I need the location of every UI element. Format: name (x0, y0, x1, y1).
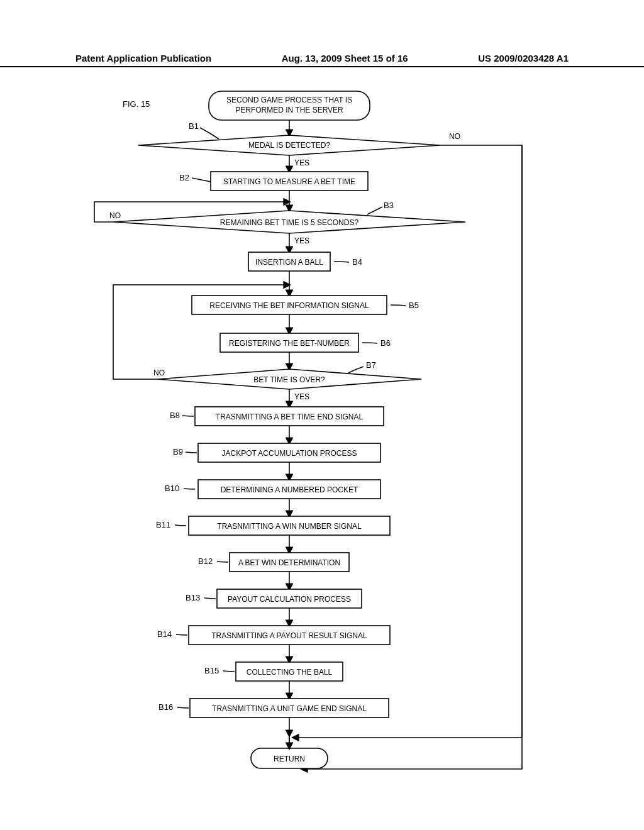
flowchart: FIG. 15 SECOND GAME PROCESS THAT IS PERF… (0, 85, 644, 810)
text-b2: STARTING TO MEASURE A BET TIME (223, 177, 355, 186)
process-b8: TRASNMITTING A BET TIME END SIGNAL (195, 407, 384, 426)
label-b14: B14 (157, 629, 172, 639)
label-b6: B6 (380, 338, 391, 348)
text-b3: REMAINING BET TIME IS 5 SECONDS? (220, 218, 359, 227)
start-terminator: SECOND GAME PROCESS THAT IS PERFORMED IN… (209, 91, 370, 120)
text-b13: PAYOUT CALCULATION PROCESS (228, 595, 351, 604)
label-b1: B1 (189, 121, 199, 131)
yes-b1: YES (294, 158, 309, 167)
process-b13: PAYOUT CALCULATION PROCESS (217, 589, 362, 608)
text-b14: TRASNMITTING A PAYOUT RESULT SIGNAL (211, 631, 367, 640)
label-b4: B4 (352, 257, 362, 267)
process-b16: TRASNMITTING A UNIT GAME END SIGNAL (190, 699, 389, 717)
process-b14: TRASNMITTING A PAYOUT RESULT SIGNAL (189, 626, 390, 645)
process-b5: RECEIVING THE BET INFORMATION SIGNAL (192, 296, 387, 314)
page-header: Patent Application Publication Aug. 13, … (0, 53, 644, 67)
no-b7: NO (153, 368, 165, 377)
start-text-line2: PERFORMED IN THE SERVER (235, 106, 343, 114)
label-b13: B13 (186, 593, 200, 602)
page: Patent Application Publication Aug. 13, … (0, 0, 644, 830)
label-b5: B5 (409, 301, 419, 310)
label-b9: B9 (173, 447, 183, 456)
process-b6: REGISTERING THE BET-NUMBER (220, 333, 358, 352)
label-b12: B12 (198, 556, 213, 566)
no-b3: NO (109, 211, 121, 220)
text-b12: A BET WIN DETERMINATION (238, 558, 340, 567)
process-b11: TRASNMITTING A WIN NUMBER SIGNAL (189, 516, 390, 535)
process-b2: STARTING TO MEASURE A BET TIME (211, 172, 368, 191)
figure-label: FIG. 15 (123, 99, 150, 109)
label-b15: B15 (204, 666, 219, 675)
text-b1: MEDAL IS DETECTED? (248, 141, 331, 150)
header-center: Aug. 13, 2009 Sheet 15 of 16 (282, 53, 408, 64)
label-b10: B10 (165, 484, 179, 493)
label-b2: B2 (179, 173, 189, 182)
return-terminator: RETURN (251, 748, 328, 768)
start-text-line1: SECOND GAME PROCESS THAT IS (226, 96, 352, 104)
process-b9: JACKPOT ACCUMULATION PROCESS (198, 443, 380, 462)
label-b11: B11 (156, 520, 170, 529)
header-left: Patent Application Publication (75, 53, 211, 64)
text-b15: COLLECTING THE BALL (247, 668, 333, 677)
header-right: US 2009/0203428 A1 (478, 53, 569, 64)
yes-b7: YES (294, 392, 309, 401)
text-b7: BET TIME IS OVER? (253, 375, 325, 384)
no-b1: NO (449, 132, 460, 141)
process-b4: INSERTIGN A BALL (248, 252, 330, 271)
text-b5: RECEIVING THE BET INFORMATION SIGNAL (209, 301, 369, 310)
decision-b7: BET TIME IS OVER? (157, 369, 421, 389)
process-b10: DETERMINING A NUMBERED POCKET (198, 480, 380, 499)
process-b12: A BET WIN DETERMINATION (230, 553, 349, 572)
text-b6: REGISTERING THE BET-NUMBER (229, 339, 350, 348)
yes-b3: YES (294, 236, 309, 245)
text-b4: INSERTIGN A BALL (255, 258, 323, 267)
text-b16: TRASNMITTING A UNIT GAME END SIGNAL (212, 704, 367, 713)
process-b15: COLLECTING THE BALL (236, 662, 343, 681)
label-b16: B16 (158, 702, 173, 712)
return-text: RETURN (274, 755, 305, 763)
decision-b1: MEDAL IS DETECTED? (138, 135, 440, 155)
text-b9: JACKPOT ACCUMULATION PROCESS (222, 449, 357, 458)
text-b8: TRASNMITTING A BET TIME END SIGNAL (216, 412, 364, 421)
label-b7: B7 (366, 360, 376, 370)
header-row: Patent Application Publication Aug. 13, … (0, 53, 644, 64)
label-b3: B3 (384, 201, 394, 210)
text-b11: TRASNMITTING A WIN NUMBER SIGNAL (217, 522, 362, 531)
text-b10: DETERMINING A NUMBERED POCKET (221, 485, 358, 494)
label-b8: B8 (170, 411, 180, 420)
decision-b3: REMAINING BET TIME IS 5 SECONDS? (113, 211, 465, 233)
